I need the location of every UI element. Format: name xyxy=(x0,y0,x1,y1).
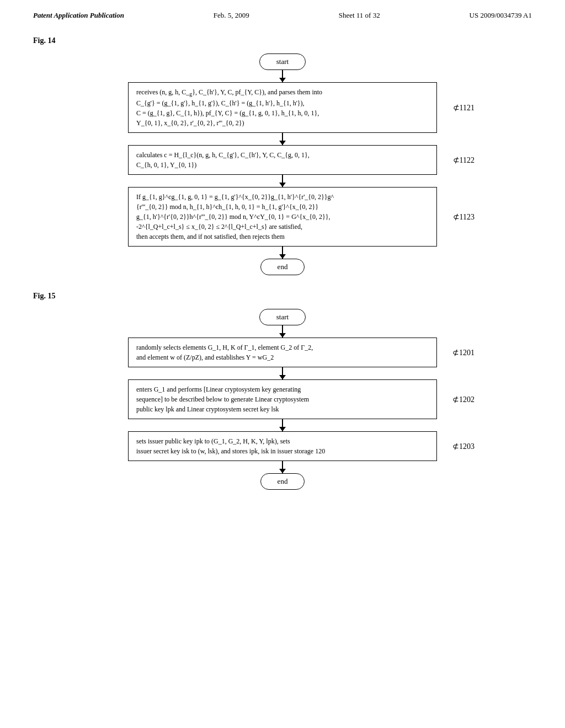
fig15-end-row: end xyxy=(33,473,532,490)
fig14-end-row: end xyxy=(33,259,532,275)
fig14-start-row: start xyxy=(33,53,532,70)
fig14-step1123-num: ⊄1123 xyxy=(453,212,475,222)
fig15-step1203-num: ⊄1203 xyxy=(452,442,475,451)
header-sheet: Sheet 11 of 32 xyxy=(339,11,380,20)
fig15-step1202-row: enters G_1 and performs [Linear cryptosy… xyxy=(33,379,532,419)
header-date: Feb. 5, 2009 xyxy=(214,11,249,20)
arrow-5 xyxy=(282,325,283,338)
fig15-step1203-row: sets issuer public key ipk to (G_1, G_2,… xyxy=(33,431,532,461)
header-patent-number: US 2009/0034739 A1 xyxy=(470,11,532,20)
fig14-step1123-node: If g_{1, g}^cg_{1, g, 0, 1} = g_{1, g'}^… xyxy=(128,187,437,247)
fig15-step1202-num: ⊄1202 xyxy=(452,395,475,404)
fig14-step1121-num: ⊄1121 xyxy=(453,103,475,113)
fig15-label: Fig. 15 xyxy=(33,292,532,301)
fig15-step1203-node: sets issuer public key ipk to (G_1, G_2,… xyxy=(128,431,437,461)
fig15-step1201-node: randomly selects elements G_1, H, K of Γ… xyxy=(128,338,437,367)
figure-14: Fig. 14 start receives (n, g, h, C_g}, C… xyxy=(33,36,532,275)
fig15-end-node: end xyxy=(260,473,305,490)
fig14-step1123-row: If g_{1, g}^cg_{1, g, 0, 1} = g_{1, g'}^… xyxy=(33,187,532,247)
fig14-step1122-row: calculates c = H_{l_c}(n, g, h, C_{g'}, … xyxy=(33,145,532,175)
arrow-4 xyxy=(282,247,283,259)
page-header: Patent Application Publication Feb. 5, 2… xyxy=(33,11,532,25)
fig14-label: Fig. 14 xyxy=(33,36,532,45)
arrow-1 xyxy=(282,70,283,82)
fig15-step1202-node: enters G_1 and performs [Linear cryptosy… xyxy=(128,379,437,419)
fig15-start-row: start xyxy=(33,309,532,325)
figure-15: Fig. 15 start randomly selects elements … xyxy=(33,292,532,490)
arrow-8 xyxy=(282,461,283,473)
arrow-3 xyxy=(282,175,283,187)
arrow-2 xyxy=(282,133,283,145)
fig14-step1121-row: receives (n, g, h, C_g}, C_{h'}, Y, C, p… xyxy=(33,82,532,133)
header-publication-label: Patent Application Publication xyxy=(33,11,124,20)
fig14-start-node: start xyxy=(259,53,306,70)
fig14-step1121-node: receives (n, g, h, C_g}, C_{h'}, Y, C, p… xyxy=(128,82,437,133)
fig14-flowchart: start receives (n, g, h, C_g}, C_{h'}, Y… xyxy=(33,53,532,275)
fig15-flowchart: start randomly selects elements G_1, H, … xyxy=(33,309,532,490)
fig15-start-node: start xyxy=(259,309,306,325)
fig14-step1122-node: calculates c = H_{l_c}(n, g, h, C_{g'}, … xyxy=(128,145,437,175)
fig14-step1122-num: ⊄1122 xyxy=(453,156,475,165)
fig15-step1201-row: randomly selects elements G_1, H, K of Γ… xyxy=(33,338,532,367)
fig15-step1201-num: ⊄1201 xyxy=(452,348,475,357)
fig14-end-node: end xyxy=(260,259,305,275)
arrow-6 xyxy=(282,367,283,379)
arrow-7 xyxy=(282,419,283,431)
